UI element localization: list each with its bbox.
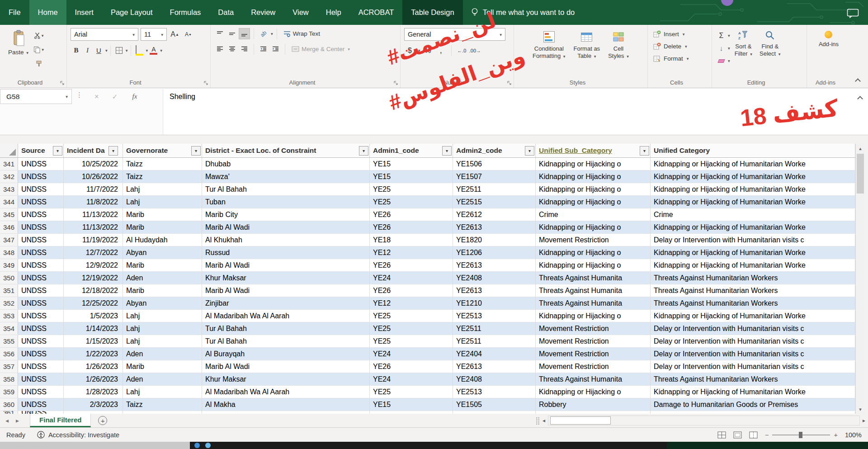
table-cell[interactable]: 11/8/2022 (64, 196, 123, 208)
table-cell[interactable]: Al Burayqah (202, 348, 370, 360)
table-cell[interactable]: YE25 (370, 386, 453, 398)
table-cell[interactable]: UNDSS (18, 183, 64, 195)
decrease-decimal-button[interactable]: .00→ (469, 45, 481, 56)
filter-dropdown-icon[interactable]: ▾ (359, 146, 368, 156)
scroll-down-icon[interactable]: ▾ (856, 405, 865, 414)
hscroll-right-icon[interactable]: ▸ (860, 417, 868, 424)
table-cell[interactable]: Kidnapping or Hijacking of Humanitarian … (651, 170, 855, 183)
table-cell[interactable]: UNDSS (18, 398, 64, 411)
table-cell[interactable]: YE12 (370, 297, 453, 309)
row-number[interactable]: 361 (0, 411, 18, 414)
table-cell[interactable]: 1/5/2023 (64, 310, 123, 322)
table-cell[interactable]: Zinjibar (202, 297, 370, 309)
table-cell[interactable] (370, 411, 453, 414)
table-cell[interactable]: Threats Against Humanita (536, 297, 651, 309)
table-cell[interactable]: Marib (123, 208, 202, 221)
table-cell[interactable]: Lahj (123, 183, 202, 195)
table-cell[interactable]: UNDSS (18, 158, 64, 170)
underline-button[interactable]: U (93, 45, 104, 56)
table-cell[interactable]: Taizz (123, 170, 202, 183)
table-cell[interactable]: Marib City (202, 208, 370, 221)
merge-center-button[interactable]: Merge & Center▾ (289, 43, 353, 55)
accessibility-status[interactable]: Accessibility: Investigate (37, 431, 119, 439)
table-cell[interactable]: 10/26/2022 (64, 170, 123, 183)
table-cell[interactable]: Threats Against Humanitarian Workers (651, 272, 855, 284)
align-bottom-button[interactable] (239, 28, 250, 39)
table-cell[interactable]: UNDSS (18, 246, 64, 259)
table-cell[interactable]: Dhubab (202, 158, 370, 170)
table-cell[interactable]: Movement Restriction (536, 360, 651, 373)
table-cell[interactable]: YE2511 (453, 322, 536, 335)
table-cell[interactable]: YE12 (370, 246, 453, 259)
normal-view-button[interactable] (717, 431, 726, 439)
table-cell[interactable]: YE2613 (453, 360, 536, 373)
align-right-button[interactable] (239, 43, 250, 55)
clear-button[interactable] (716, 55, 727, 66)
table-cell[interactable]: Khur Maksar (202, 272, 370, 284)
table-cell[interactable]: YE24 (370, 373, 453, 385)
table-cell[interactable]: YE24 (370, 272, 453, 284)
table-cell[interactable]: Lahj (123, 322, 202, 335)
table-cell[interactable]: YE1210 (453, 297, 536, 309)
row-number[interactable]: 354 (0, 322, 18, 335)
filter-dropdown-icon[interactable]: ▾ (108, 146, 118, 156)
tab-insert[interactable]: Insert (66, 0, 102, 25)
table-cell[interactable]: Tur Al Bahah (202, 183, 370, 195)
table-cell[interactable]: Marib Al Wadi (202, 284, 370, 297)
collapse-ribbon-icon[interactable] (855, 78, 861, 84)
vertical-scroll-thumb[interactable] (857, 154, 864, 194)
table-cell[interactable]: Robbery (536, 398, 651, 411)
alignment-dialog-launcher-icon[interactable] (393, 80, 398, 85)
format-as-table-button[interactable]: Format asTable ▾ (570, 28, 604, 78)
hscroll-left-icon[interactable]: ◂ (540, 417, 548, 424)
table-cell[interactable]: YE26 (370, 208, 453, 221)
table-cell[interactable]: UNDSS (18, 221, 64, 233)
table-cell[interactable]: Delay or Intervention with Humanitarian … (651, 322, 855, 335)
tell-me-box[interactable]: Tell me what you want to do (463, 0, 583, 25)
table-cell[interactable]: 12/9/2022 (64, 259, 123, 271)
table-cell[interactable]: Al Hudaydah (123, 234, 202, 246)
font-dialog-launcher-icon[interactable] (203, 80, 208, 85)
table-cell[interactable]: Kidnapping or Hijacking o (536, 183, 651, 195)
underline-caret-icon[interactable]: ▾ (105, 48, 108, 53)
zoom-out-icon[interactable]: − (765, 431, 769, 439)
table-cell[interactable]: 12/25/2022 (64, 297, 123, 309)
accounting-caret-icon[interactable]: ▾ (418, 48, 420, 53)
find-select-button[interactable]: Find &Select ▾ (757, 28, 783, 78)
fill-color-button[interactable] (134, 45, 145, 56)
insert-function-icon[interactable]: fx (127, 90, 142, 103)
insert-cells-button[interactable]: Insert▾ (651, 28, 708, 40)
row-number[interactable]: 342 (0, 170, 18, 183)
row-number[interactable]: 346 (0, 221, 18, 233)
table-cell[interactable]: YE2513 (453, 310, 536, 322)
row-number[interactable]: 349 (0, 259, 18, 271)
table-cell[interactable]: Kidnapping or Hijacking o (536, 221, 651, 233)
table-cell[interactable]: Movement Restriction (536, 348, 651, 360)
addins-button[interactable]: Add-ins (815, 28, 843, 51)
row-number[interactable]: 351 (0, 284, 18, 297)
orientation-caret-icon[interactable]: ▾ (271, 31, 273, 36)
align-left-button[interactable] (214, 43, 226, 55)
table-cell[interactable]: UNDSS (18, 373, 64, 385)
table-cell[interactable]: 1/26/2023 (64, 360, 123, 373)
table-cell[interactable]: Aden (123, 272, 202, 284)
table-cell[interactable]: 1/22/2023 (64, 348, 123, 360)
table-cell[interactable]: YE25 (370, 310, 453, 322)
increase-font-size-button[interactable]: A▲ (169, 29, 180, 40)
user-avatar[interactable] (721, 0, 733, 6)
table-cell[interactable]: Kidnapping or Hijacking o (536, 246, 651, 259)
cell-styles-button[interactable]: CellStyles ▾ (604, 28, 633, 78)
table-cell[interactable]: Kidnapping or Hijacking o (536, 310, 651, 322)
tab-help[interactable]: Help (317, 0, 350, 25)
name-box[interactable]: G58 ▾ (0, 89, 72, 104)
taskbar-app-icon[interactable] (194, 443, 200, 448)
table-cell[interactable]: 12/7/2022 (64, 246, 123, 259)
tab-review[interactable]: Review (242, 0, 284, 25)
tab-view[interactable]: View (284, 0, 317, 25)
font-size-select[interactable]: 11▾ (141, 28, 167, 41)
table-cell[interactable]: Lahj (123, 335, 202, 347)
fill-button[interactable]: ↓ (716, 43, 727, 54)
table-cell[interactable]: YE26 (370, 259, 453, 271)
table-cell[interactable]: Marib Al Wadi (202, 360, 370, 373)
comment-icon[interactable] (847, 9, 859, 18)
